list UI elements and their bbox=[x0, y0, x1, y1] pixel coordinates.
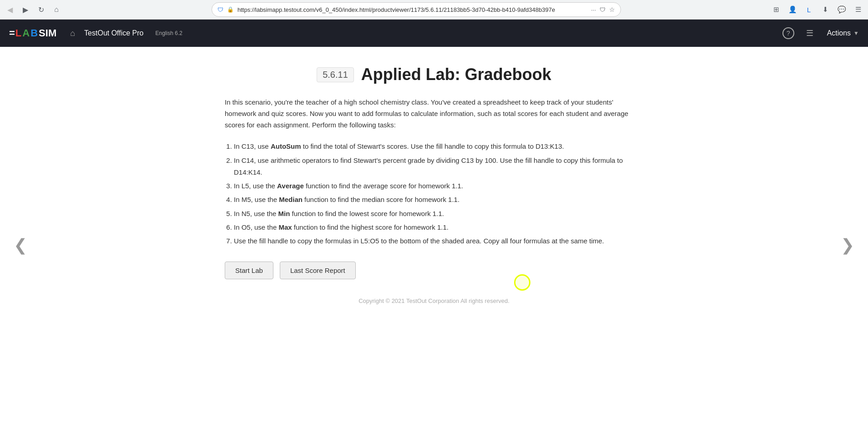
instruction-3-bold: Average bbox=[277, 182, 304, 190]
address-bar[interactable]: 🛡 🔒 https://labsimapp.testout.com/v6_0_4… bbox=[212, 2, 621, 17]
instruction-4-bold: Median bbox=[279, 196, 303, 203]
nav-home-button[interactable]: ⌂ bbox=[70, 29, 75, 38]
buttons-row: Start Lab Last Score Report bbox=[225, 262, 643, 279]
logo-b: B bbox=[30, 27, 38, 39]
extensions-button[interactable]: ⊞ bbox=[770, 3, 782, 16]
browser-chrome: ◀ ▶ ↻ ⌂ 🛡 🔒 https://labsimapp.testout.co… bbox=[0, 0, 868, 20]
actions-label: Actions bbox=[827, 29, 851, 37]
course-version: English 6.2 bbox=[156, 30, 182, 36]
reload-button[interactable]: ↻ bbox=[35, 3, 47, 16]
lab-title-row: 5.6.11 Applied Lab: Gradebook bbox=[225, 65, 643, 84]
toolbar-right: ⊞ 👤 L ⬇ 💬 ☰ bbox=[770, 3, 864, 16]
home-button[interactable]: ⌂ bbox=[50, 3, 63, 16]
download-button[interactable]: ⬇ bbox=[819, 3, 832, 16]
list-icon: ☰ bbox=[806, 28, 813, 38]
instruction-1: In C13, use AutoSum to find the total of… bbox=[234, 141, 643, 152]
lab-title: Applied Lab: Gradebook bbox=[361, 65, 551, 84]
logo: = L A B SIM bbox=[9, 27, 56, 39]
help-icon: ? bbox=[782, 27, 794, 39]
copyright-text: Copyright © 2021 TestOut Corporation All… bbox=[225, 297, 643, 304]
next-page-button[interactable]: ❯ bbox=[836, 231, 859, 259]
toc-button[interactable]: ☰ bbox=[806, 28, 813, 38]
instruction-2: In C14, use arithmetic operators to find… bbox=[234, 155, 643, 179]
instruction-5: In N5, use the Min function to find the … bbox=[234, 208, 643, 220]
instruction-1-bold: AutoSum bbox=[271, 142, 301, 150]
star-icon[interactable]: ☆ bbox=[609, 6, 615, 13]
more-button[interactable]: ··· bbox=[591, 6, 596, 13]
instruction-5-bold: Min bbox=[278, 210, 290, 217]
actions-button[interactable]: Actions ▼ bbox=[827, 29, 859, 37]
messages-button[interactable]: 💬 bbox=[835, 3, 848, 16]
instruction-4: In M5, use the Median function to find t… bbox=[234, 194, 643, 206]
menu-button[interactable]: ☰ bbox=[852, 3, 864, 16]
lock-icon: 🔒 bbox=[227, 6, 234, 13]
instruction-6: In O5, use the Max function to find the … bbox=[234, 222, 643, 233]
help-button[interactable]: ? bbox=[782, 27, 794, 39]
profile-button[interactable]: 👤 bbox=[786, 3, 799, 16]
instruction-6-bold: Max bbox=[278, 223, 292, 231]
logo-a: A bbox=[22, 27, 30, 39]
shield-check-icon: 🛡 bbox=[600, 6, 606, 13]
app-header: = L A B SIM ⌂ TestOut Office Pro English… bbox=[0, 20, 868, 47]
actions-chevron-icon: ▼ bbox=[853, 30, 859, 36]
shield-icon: 🛡 bbox=[217, 6, 223, 13]
last-score-report-button[interactable]: Last Score Report bbox=[280, 262, 356, 279]
lab-number-badge: 5.6.11 bbox=[317, 67, 354, 82]
url-text: https://labsimapp.testout.com/v6_0_450/i… bbox=[237, 6, 585, 13]
start-lab-button[interactable]: Start Lab bbox=[225, 262, 273, 279]
instruction-3: In L5, use the Average function to find … bbox=[234, 180, 643, 192]
lab-description: In this scenario, you're the teacher of … bbox=[225, 97, 643, 131]
browser-toolbar: ◀ ▶ ↻ ⌂ 🛡 🔒 https://labsimapp.testout.co… bbox=[0, 0, 868, 19]
content-area: 5.6.11 Applied Lab: Gradebook In this sc… bbox=[225, 65, 643, 304]
forward-button[interactable]: ▶ bbox=[19, 3, 32, 16]
logo-equals: = bbox=[9, 27, 15, 39]
logo-l: L bbox=[15, 27, 21, 39]
logo-sim: SIM bbox=[39, 27, 56, 39]
instruction-7: Use the fill handle to copy the formulas… bbox=[234, 235, 643, 247]
main-content: ❮ ❯ 5.6.11 Applied Lab: Gradebook In thi… bbox=[0, 47, 868, 443]
labsim-ext-button[interactable]: L bbox=[802, 3, 815, 16]
prev-page-button[interactable]: ❮ bbox=[9, 231, 32, 259]
back-button[interactable]: ◀ bbox=[4, 3, 16, 16]
lab-instructions: In C13, use AutoSum to find the total of… bbox=[225, 141, 643, 247]
course-title: TestOut Office Pro bbox=[84, 29, 143, 37]
